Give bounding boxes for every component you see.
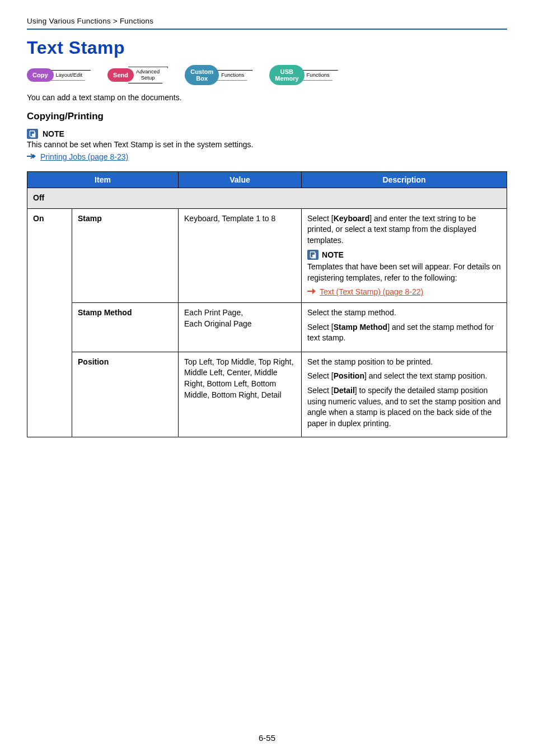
position-desc-l1: Set the stamp position to be printed. [307, 357, 501, 368]
stamp-method-value-l1: Each Print Page, [184, 307, 296, 319]
top-xref-row: Printing Jobs (page 8-23) [27, 152, 507, 161]
svg-point-1 [32, 134, 35, 137]
usb-memory-pill: USB Memory [269, 65, 304, 85]
header-rule [27, 29, 507, 30]
stamp-desc-bold: Keyboard [334, 214, 370, 223]
stamp-note-body: Templates that have been set will appear… [307, 262, 501, 283]
section-heading: Copying/Printing [27, 111, 507, 122]
table-row-stamp-method: Stamp Method Each Print Page, Each Origi… [27, 302, 507, 352]
on-cell: On [27, 208, 72, 437]
stamp-xref-link[interactable]: Text (Text Stamp) (page 8-22) [320, 287, 423, 298]
note-icon [27, 129, 38, 139]
pos3-pre: Select [ [307, 386, 334, 395]
usb-tag-line1: Functions [307, 72, 330, 78]
stamp-method-desc-l1: Select the stamp method. [307, 307, 501, 319]
sm-bold: Stamp Method [334, 323, 387, 332]
stamp-method-item: Stamp Method [72, 302, 179, 352]
send-pill: Send [107, 68, 134, 82]
custom-box-pill: Custom Box [185, 65, 219, 85]
pos2-bold: Position [334, 371, 364, 380]
stamp-method-value-l2: Each Original Page [184, 319, 296, 330]
th-item: Item [27, 172, 179, 188]
send-tag: Advanced Setup [128, 67, 168, 83]
note-body: This cannot be set when Text Stamp is se… [27, 140, 507, 149]
usb-tag: Functions [299, 70, 338, 81]
table-row-position: Position Top Left, Top Middle, Top Right… [27, 352, 507, 437]
top-xref-link[interactable]: Printing Jobs (page 8-23) [40, 152, 128, 161]
usb-pill-line1: USB [275, 68, 298, 75]
position-value: Top Left, Top Middle, Top Right, Middle … [179, 352, 302, 437]
stamp-xref: Text (Text Stamp) (page 8-22) [307, 287, 501, 298]
off-cell: Off [27, 188, 507, 209]
position-item: Position [72, 352, 179, 437]
send-tag-line2: Setup [136, 75, 160, 81]
table-row-off: Off [27, 188, 507, 209]
pill-group-copy[interactable]: Copy Layout/Edit [27, 68, 91, 82]
note-icon [307, 250, 318, 260]
custom-tag-line1: Functions [221, 72, 244, 78]
pill-group-usb-memory[interactable]: USB Memory Functions [269, 65, 338, 85]
custom-tag: Functions [213, 70, 252, 81]
page-title: Text Stamp [27, 38, 507, 58]
stamp-method-desc: Select the stamp method. Select [Stamp M… [302, 302, 507, 352]
breadcrumb-text: Using Various Functions > Functions [27, 17, 153, 25]
th-value: Value [179, 172, 302, 188]
arrow-icon [307, 287, 316, 298]
stamp-note-label: NOTE [322, 250, 344, 261]
pill-group-send[interactable]: Send Advanced Setup [107, 67, 168, 83]
context-pills-row: Copy Layout/Edit Send Advanced Setup Cus… [27, 65, 507, 85]
copy-pill: Copy [27, 68, 54, 82]
copy-tag-line1: Layout/Edit [56, 72, 83, 78]
usb-pill-line2: Memory [275, 75, 298, 82]
custom-pill-line1: Custom [190, 68, 213, 75]
pill-group-custom-box[interactable]: Custom Box Functions [185, 65, 252, 85]
stamp-item: Stamp [72, 208, 179, 302]
position-desc: Set the stamp position to be printed. Se… [302, 352, 507, 437]
table-row-stamp: On Stamp Keyboard, Template 1 to 8 Selec… [27, 208, 507, 302]
note-header: NOTE [27, 129, 507, 139]
pos2-pre: Select [ [307, 371, 334, 380]
copy-tag: Layout/Edit [48, 70, 91, 81]
custom-pill-line2: Box [190, 75, 213, 82]
page-number: 6-55 [0, 733, 534, 743]
pos2-post: ] and select the text stamp position. [364, 371, 487, 380]
stamp-method-value: Each Print Page, Each Original Page [179, 302, 302, 352]
breadcrumb: Using Various Functions > Functions [27, 17, 507, 25]
pos3-bold: Detail [334, 386, 355, 395]
stamp-desc-pre: Select [ [307, 214, 334, 223]
svg-point-4 [312, 255, 315, 258]
settings-table: Item Value Description Off On Stamp Keyb… [27, 171, 507, 437]
sm-pre: Select [ [307, 323, 334, 332]
stamp-note-header: NOTE [307, 250, 501, 261]
th-description: Description [302, 172, 507, 188]
arrow-icon [27, 152, 36, 161]
stamp-value: Keyboard, Template 1 to 8 [179, 208, 302, 302]
note-label: NOTE [43, 129, 64, 138]
intro-text: You can add a text stamp on the document… [27, 93, 507, 102]
stamp-desc: Select [Keyboard] and enter the text str… [302, 208, 507, 302]
